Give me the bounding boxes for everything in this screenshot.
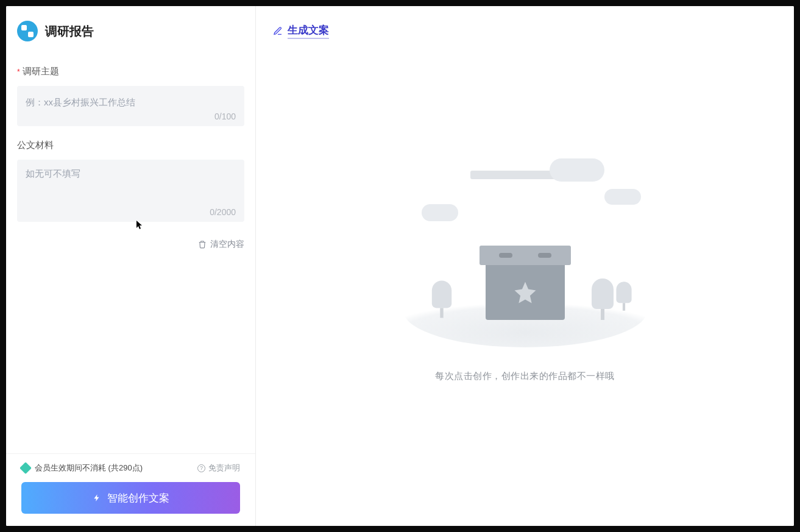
empty-state-text: 每次点击创作，创作出来的作品都不一样哦 <box>435 371 615 382</box>
cloud-icon <box>422 204 458 221</box>
trash-icon <box>198 240 207 249</box>
main-header: 生成文案 <box>256 6 794 39</box>
clear-button[interactable]: 清空内容 <box>198 239 244 250</box>
empty-illustration <box>397 146 653 353</box>
info-icon: ? <box>197 464 205 472</box>
empty-box-icon <box>486 246 565 320</box>
page-title: 调研报告 <box>45 23 94 40</box>
star-icon <box>512 280 538 305</box>
bolt-icon <box>93 492 101 503</box>
material-textarea[interactable] <box>26 168 236 205</box>
material-char-count: 0/2000 <box>26 207 236 217</box>
points-info: 会员生效期间不消耗 (共290点) <box>21 463 143 473</box>
theme-input-box: 0/100 <box>17 86 244 126</box>
cloud-icon <box>550 158 604 182</box>
clear-row: 清空内容 <box>17 239 244 250</box>
generate-button-label: 智能创作文案 <box>107 491 169 505</box>
field-material: 公文材料 0/2000 <box>17 140 244 222</box>
cloud-icon <box>604 189 641 205</box>
disclaimer-label: 免责声明 <box>208 463 240 473</box>
diamond-icon <box>19 462 32 474</box>
generate-button[interactable]: 智能创作文案 <box>21 482 240 514</box>
field-theme: * 调研主题 0/100 <box>17 66 244 126</box>
field-material-label: 公文材料 <box>17 140 54 151</box>
material-input-box: 0/2000 <box>17 160 244 222</box>
sidebar-footer: 会员生效期间不消耗 (共290点) ? 免责声明 智能创作文案 <box>6 453 255 526</box>
required-star-icon: * <box>17 68 20 76</box>
field-material-label-row: 公文材料 <box>17 140 244 151</box>
clear-button-label: 清空内容 <box>210 239 244 250</box>
tree-icon <box>431 280 451 317</box>
sidebar: 调研报告 * 调研主题 0/100 公文材料 <box>6 6 256 526</box>
tree-icon <box>616 282 631 311</box>
points-text: 会员生效期间不消耗 (共290点) <box>35 463 143 473</box>
theme-input[interactable] <box>26 94 236 109</box>
theme-char-count: 0/100 <box>26 112 236 121</box>
app-frame: 调研报告 * 调研主题 0/100 公文材料 <box>6 6 794 526</box>
form-area: * 调研主题 0/100 公文材料 0/2000 <box>6 52 255 453</box>
app-logo-icon <box>17 21 38 41</box>
main-title: 生成文案 <box>288 23 329 39</box>
footer-info-row: 会员生效期间不消耗 (共290点) ? 免责声明 <box>21 463 240 473</box>
sidebar-header: 调研报告 <box>6 6 255 52</box>
field-theme-label-row: * 调研主题 <box>17 66 244 77</box>
field-theme-label: 调研主题 <box>23 66 59 77</box>
pencil-icon <box>273 26 283 36</box>
main-body: 每次点击创作，创作出来的作品都不一样哦 <box>256 39 794 526</box>
main-panel: 生成文案 <box>256 6 794 526</box>
tree-icon <box>592 278 614 320</box>
disclaimer-link[interactable]: ? 免责声明 <box>197 463 240 473</box>
